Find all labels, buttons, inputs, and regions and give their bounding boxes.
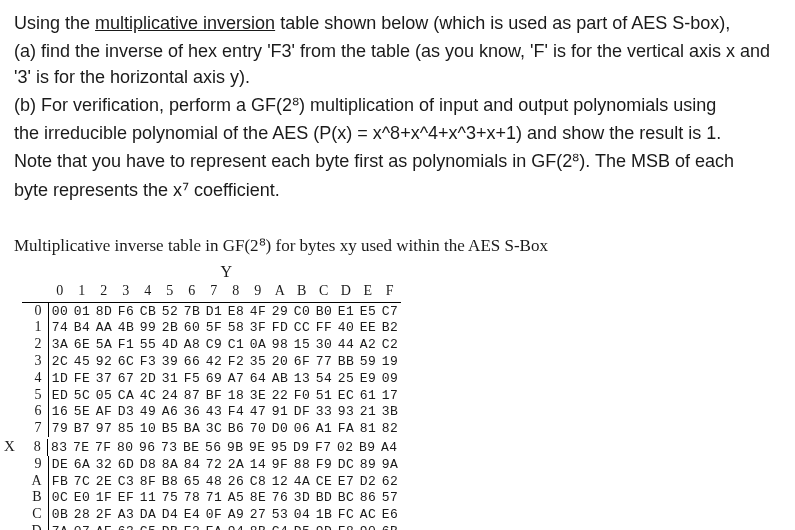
table-cell: FA [335,421,357,437]
table-cell: F6 [115,304,137,320]
table-cell: 70 [247,421,269,437]
table-cell: F5 [181,371,203,387]
table-cell: AE [93,524,115,530]
table-cell: 1B [313,507,335,523]
row-header: D [22,523,49,530]
table-cell: A7 [225,371,247,387]
intro-post: table shown below (which is used as part… [275,13,730,33]
row-header: 0 [22,303,49,320]
table-cell: BB [335,354,357,370]
table-cell: C3 [115,474,137,490]
table-cell: AF [93,404,115,420]
table-cell: E2 [181,524,203,530]
table-cell: 8B [247,524,269,530]
table-cell: 28 [71,507,93,523]
table-cell: 3E [247,388,269,404]
row-header: 7 [22,420,49,437]
table-cell: 40 [335,320,357,336]
table-cell: 14 [247,457,269,473]
table-cell: 88 [291,457,313,473]
table-cell: 52 [159,304,181,320]
table-cell: 02 [334,440,356,456]
table-cell: EE [357,320,379,336]
note-line2: byte represents the x⁷ coefficient. [14,177,781,203]
table-cell: 3C [203,421,225,437]
table-cell: 53 [269,507,291,523]
table-cell: 9F [269,457,291,473]
table-cell: 7E [70,440,92,456]
table-cell: 71 [203,490,225,506]
table-cell: C0 [291,304,313,320]
table-cell: FB [49,474,71,490]
table-row: 41DFE37672D31F569A764AB135425E909 [22,370,401,387]
table-cell: 54 [313,371,335,387]
table-cell: C9 [203,337,225,353]
table-cell: 6A [71,457,93,473]
table-cell: 8E [247,490,269,506]
table-cell: 6D [115,457,137,473]
table-cell: 89 [357,457,379,473]
row-header: 6 [22,403,49,420]
table-cell: AA [93,320,115,336]
table-cell: 16 [49,404,71,420]
column-header: C [313,283,335,300]
table-cell: 05 [93,388,115,404]
table-cell: E1 [335,304,357,320]
table-cell: B0 [313,304,335,320]
table-cell: 5C [71,388,93,404]
document-page: Using the multiplicative inversion table… [0,0,795,530]
table-cell: FF [313,320,335,336]
table-cell: 77 [313,354,335,370]
table-cell: 30 [313,337,335,353]
table-cell: 74 [49,320,71,336]
table-cell: CE [313,474,335,490]
table-cell: 86 [357,490,379,506]
table-cell: 39 [159,354,181,370]
table-cell: 10 [137,421,159,437]
table-cell: 8F [137,474,159,490]
column-header: 5 [159,283,181,300]
table-cell: 93 [335,404,357,420]
table-row: 32C45926CF3396642F235206F77BB5919 [22,353,401,370]
table-cell: 3B [379,404,401,420]
table-row: D7A07AE63C5DBE2EA948BC4D59DF8906B [22,523,401,530]
table-cell: 79 [49,421,71,437]
table-cell: 13 [291,371,313,387]
table-cell: B8 [159,474,181,490]
table-row: 000018DF6CB527BD1E84F29C0B0E1E5C7 [22,303,401,320]
table-cell: 26 [225,474,247,490]
table-cell: 8D [93,304,115,320]
row-header: 4 [22,370,49,387]
table-cell: D2 [357,474,379,490]
table-cell: B9 [356,440,378,456]
table-cell: 3D [291,490,313,506]
table-cell: 4D [159,337,181,353]
table-cell: 45 [71,354,93,370]
table-cell: 85 [115,421,137,437]
table-cell: EF [115,490,137,506]
table-cell: D1 [203,304,225,320]
table-cell: 96 [136,440,158,456]
table-cell: 9A [379,457,401,473]
table-cell: FD [269,320,291,336]
table-cell: 17 [379,388,401,404]
table-cell: DC [335,457,357,473]
table-cell: A4 [378,440,400,456]
table-cell: 4B [115,320,137,336]
table-cell: BA [181,421,203,437]
table-cell: B7 [71,421,93,437]
table-cell: F4 [225,404,247,420]
table-cell: 75 [159,490,181,506]
table-cell: DE [49,457,71,473]
table-cell: E7 [335,474,357,490]
table-cell: 12 [269,474,291,490]
table-cell: D9 [290,440,312,456]
table-cell: 29 [269,304,291,320]
table-row: C0B282FA3DAD4E40FA92753041BFCACE6 [22,506,401,523]
table-cell: 18 [225,388,247,404]
table-cell: A2 [357,337,379,353]
table-cell: 66 [181,354,203,370]
table-cell: 5E [71,404,93,420]
table-cell: D5 [291,524,313,530]
table-cell: D4 [159,507,181,523]
